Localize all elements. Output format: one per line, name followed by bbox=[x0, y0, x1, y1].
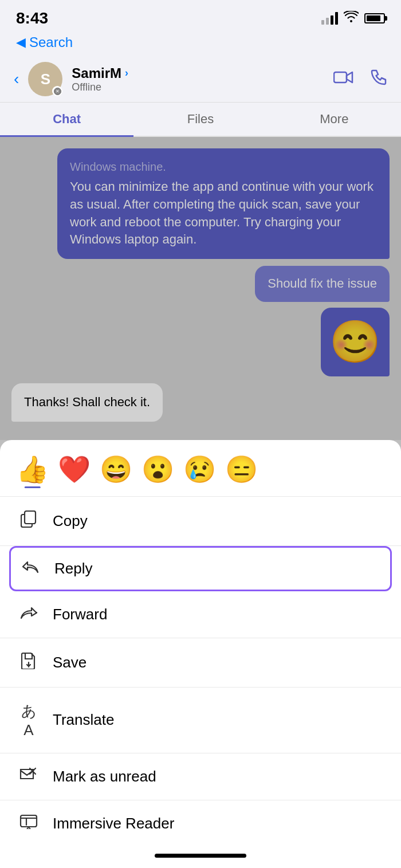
tab-chat[interactable]: Chat bbox=[0, 103, 133, 136]
reaction-heart[interactable]: ❤️ bbox=[58, 454, 91, 485]
back-button[interactable]: ‹ bbox=[14, 70, 19, 88]
online-status-indicator: ✕ bbox=[52, 86, 62, 96]
search-back-bar[interactable]: ◀ Search bbox=[0, 34, 401, 56]
copy-icon bbox=[18, 510, 39, 532]
menu-item-forward[interactable]: Forward bbox=[0, 591, 401, 638]
header-user-status: Offline bbox=[72, 81, 324, 93]
forward-icon bbox=[18, 605, 39, 624]
header-user-name[interactable]: SamirM › bbox=[72, 65, 324, 81]
forward-label: Forward bbox=[53, 606, 107, 623]
status-bar: 8:43 bbox=[0, 0, 401, 34]
home-indicator bbox=[0, 847, 401, 862]
copy-label: Copy bbox=[53, 512, 88, 530]
menu-item-immersive-reader[interactable]: Immersive Reader bbox=[0, 800, 401, 847]
wifi-icon bbox=[344, 11, 359, 26]
reply-label: Reply bbox=[54, 560, 92, 578]
status-time: 8:43 bbox=[16, 9, 48, 28]
menu-item-mark-unread[interactable]: Mark as unread bbox=[0, 753, 401, 800]
menu-item-save[interactable]: Save bbox=[0, 638, 401, 688]
header-action-buttons bbox=[333, 69, 387, 90]
save-label: Save bbox=[53, 654, 87, 671]
chat-content: Windows machine. You can minimize the ap… bbox=[0, 137, 401, 868]
menu-item-copy[interactable]: Copy bbox=[0, 497, 401, 546]
reaction-expressionless[interactable]: 😑 bbox=[225, 454, 258, 485]
translate-icon: あA bbox=[18, 701, 39, 739]
signal-icon bbox=[321, 12, 338, 25]
chat-header: ‹ S ✕ SamirM › Offline bbox=[0, 56, 401, 103]
battery-icon bbox=[364, 13, 385, 23]
reaction-sad[interactable]: 😢 bbox=[183, 454, 216, 485]
svg-rect-2 bbox=[25, 511, 36, 524]
mark-unread-icon bbox=[18, 767, 39, 786]
tab-bar: Chat Files More bbox=[0, 103, 401, 137]
svg-rect-0 bbox=[334, 72, 347, 83]
svg-rect-5 bbox=[21, 815, 37, 827]
back-arrow-icon: ◀ bbox=[16, 35, 26, 50]
reaction-surprised[interactable]: 😮 bbox=[141, 454, 174, 485]
translate-label: Translate bbox=[53, 711, 114, 729]
immersive-reader-label: Immersive Reader bbox=[53, 815, 174, 832]
context-menu: 👍 ❤️ 😄 😮 😢 😑 Copy Reply bbox=[0, 440, 401, 868]
home-bar bbox=[155, 854, 246, 858]
menu-item-translate[interactable]: あA Translate bbox=[0, 688, 401, 753]
avatar-container: S ✕ bbox=[28, 62, 62, 96]
reply-icon bbox=[20, 559, 41, 578]
name-chevron-icon: › bbox=[125, 67, 128, 79]
voice-call-icon[interactable] bbox=[370, 69, 387, 90]
status-icons bbox=[321, 11, 385, 26]
save-icon bbox=[18, 652, 39, 673]
reaction-row[interactable]: 👍 ❤️ 😄 😮 😢 😑 bbox=[0, 454, 401, 497]
reaction-thumbsup[interactable]: 👍 bbox=[16, 454, 49, 485]
menu-item-reply[interactable]: Reply bbox=[9, 546, 392, 591]
header-user-info: SamirM › Offline bbox=[72, 65, 324, 93]
video-call-icon[interactable] bbox=[333, 70, 354, 89]
mark-unread-label: Mark as unread bbox=[53, 768, 156, 785]
reaction-grin[interactable]: 😄 bbox=[100, 454, 132, 485]
tab-more[interactable]: More bbox=[268, 103, 401, 136]
tab-files[interactable]: Files bbox=[133, 103, 267, 136]
search-link[interactable]: Search bbox=[29, 34, 73, 50]
immersive-reader-icon bbox=[18, 814, 39, 833]
